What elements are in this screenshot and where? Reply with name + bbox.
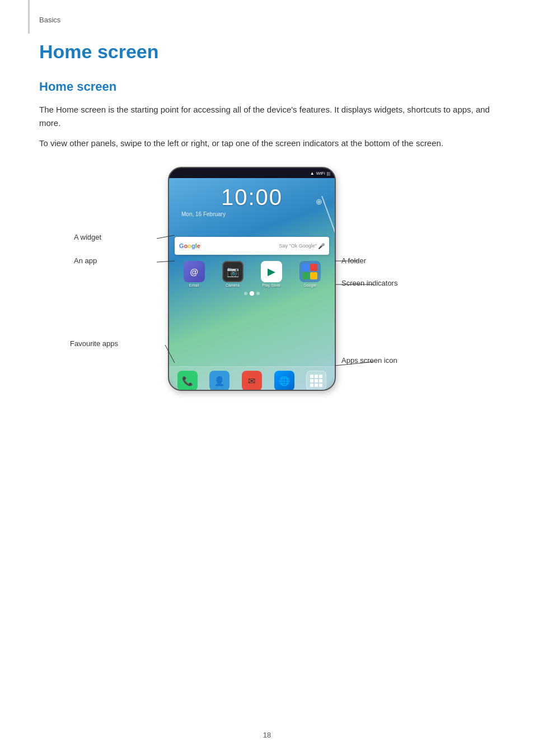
grid-dot-3 (319, 375, 322, 378)
playstore-app-icon[interactable]: ▶ Play Store (261, 261, 282, 287)
google-logo: Google (179, 242, 200, 249)
email-app-label: Email (189, 283, 199, 287)
left-border-accent (28, 0, 30, 34)
body-text-2: To view other panels, swipe to the left … (39, 137, 498, 150)
favourite-apps-bar: 📞 Phone 👤 Contacts ✉ (169, 366, 335, 391)
body-text-1: The Home screen is the starting point fo… (39, 103, 498, 130)
apps-screen-fav[interactable]: Apps (306, 371, 326, 391)
folder-cell-3 (302, 272, 310, 279)
app-annotation: An app (74, 256, 97, 265)
screen-indicator-area (169, 289, 335, 298)
phone-mockup: ▲WiFi||| 10:00 ⊕ Mon, 16 February (168, 167, 336, 391)
google-search-widget[interactable]: Google Say "Ok Google" 🎤 (175, 237, 329, 255)
folder-icon-img (299, 261, 321, 282)
page-title: Home screen (39, 41, 500, 63)
grid-dot-6 (319, 379, 322, 382)
screen-dot-1[interactable] (244, 292, 247, 295)
camera-icon-img: 📷 (222, 261, 243, 282)
screen-dot-active[interactable] (250, 291, 254, 296)
diagram-area: ▲WiFi||| 10:00 ⊕ Mon, 16 February (39, 167, 498, 402)
section-label: Basics (39, 16, 500, 24)
google-folder-icon[interactable]: Google (299, 261, 321, 287)
google-folder-label: Google (303, 283, 316, 287)
widget-annotation: A widget (74, 233, 101, 241)
grid-dot-1 (310, 375, 313, 378)
phone-wallpaper: 10:00 ⊕ Mon, 16 February Google Say "Ok … (169, 178, 335, 391)
phone-date-display: Mon, 16 February (169, 211, 335, 217)
contacts-fav-app[interactable]: 👤 Contacts (209, 371, 229, 391)
camera-app-label: Camera (226, 283, 240, 287)
email-icon-img: @ (184, 261, 205, 282)
email-app-icon[interactable]: @ Email (184, 261, 205, 287)
screen-dot-3[interactable] (256, 292, 260, 295)
folder-cell-4 (310, 272, 317, 279)
grid-dot-2 (315, 375, 318, 378)
phone-time-area: 10:00 ⊕ Mon, 16 February (169, 178, 335, 217)
phone-status-bar: ▲WiFi||| (169, 168, 335, 178)
grid-dot-5 (315, 379, 318, 382)
google-voice-button[interactable]: Say "Ok Google" 🎤 (279, 243, 325, 249)
internet-fav-icon: 🌐 (274, 371, 294, 391)
favourite-apps-annotation: Favourite apps (70, 339, 118, 348)
folder-cell-1 (302, 264, 310, 271)
page-container: Basics Home screen Home screen The Home … (0, 0, 534, 756)
folder-cell-2 (310, 264, 317, 271)
phone-fav-app[interactable]: 📞 Phone (177, 371, 198, 391)
grid-dot-7 (310, 384, 313, 387)
phone-time-display: 10:00 (221, 185, 283, 210)
camera-app-icon[interactable]: 📷 Camera (222, 261, 243, 287)
grid-dot-8 (315, 384, 318, 387)
playstore-icon-img: ▶ (261, 261, 282, 282)
status-icons: ▲WiFi||| (310, 171, 330, 176)
screen-indicators-annotation: Screen indicators (341, 279, 397, 287)
playstore-app-label: Play Store (262, 283, 280, 287)
contacts-fav-icon: 👤 (209, 371, 229, 391)
apps-screen-icon-annotation: Apps screen icon (341, 356, 397, 365)
google-say-text: Say "Ok Google" (279, 243, 317, 249)
section-title: Home screen (39, 80, 500, 94)
page-number: 18 (263, 731, 271, 739)
messages-fav-icon: ✉ (242, 371, 262, 391)
apps-grid (309, 374, 324, 388)
internet-fav-app[interactable]: 🌐 Internet (274, 371, 294, 391)
grid-dot-4 (310, 379, 313, 382)
app-row: @ Email 📷 Camera ▶ (175, 261, 329, 287)
phone-alarm-icon: ⊕ (316, 197, 322, 206)
phone-fav-icon: 📞 (177, 371, 198, 391)
microphone-icon: 🎤 (318, 243, 325, 249)
messages-fav-app[interactable]: ✉ Messages (242, 371, 262, 391)
folder-annotation: A folder (341, 256, 366, 265)
folder-mini-grid (302, 264, 318, 279)
grid-dot-9 (319, 384, 322, 387)
apps-screen-icon (306, 371, 326, 391)
